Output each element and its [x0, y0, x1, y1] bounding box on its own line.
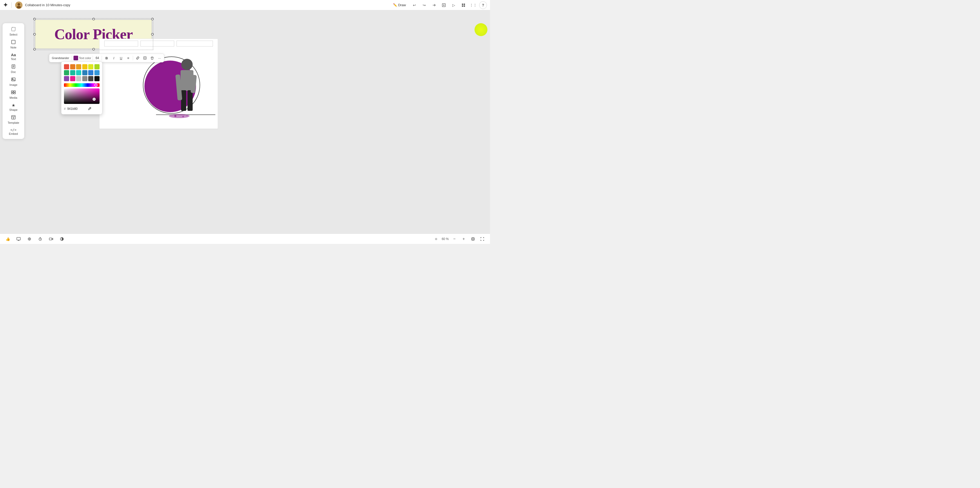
help-button[interactable]: ?	[479, 1, 487, 9]
sidebar-item-doc[interactable]: Doc	[4, 63, 23, 75]
handle-tc[interactable]	[92, 18, 95, 21]
handle-bl[interactable]	[33, 48, 36, 51]
template-icon	[11, 115, 16, 121]
swatch-purple[interactable]	[64, 76, 69, 81]
fullscreen-button[interactable]	[479, 235, 486, 243]
sidebar: Select Note Aa Text Doc	[3, 23, 24, 139]
color-picker-popup: #	[61, 61, 102, 114]
hex-input[interactable]	[67, 107, 85, 111]
font-name: Grandstander	[51, 56, 70, 60]
swatch-red[interactable]	[64, 64, 69, 69]
swatch-blue[interactable]	[82, 70, 88, 75]
color-swatch[interactable]	[73, 56, 78, 60]
add-element-button[interactable]	[142, 55, 148, 61]
eyedropper-button[interactable]	[87, 106, 92, 111]
swatch-yellow[interactable]	[82, 64, 88, 69]
handle-bc[interactable]	[92, 48, 95, 51]
sidebar-item-template[interactable]: Template	[4, 113, 23, 126]
svg-rect-18	[11, 92, 13, 94]
zoom-in-button[interactable]: +	[460, 235, 467, 243]
swatch-pink[interactable]	[70, 76, 75, 81]
sidebar-item-select[interactable]: Select	[4, 25, 23, 38]
bottom-right-tools: ⊕ 60 % − +	[433, 235, 486, 243]
document-title: Collaboard in 10 Minutes-copy	[25, 3, 70, 7]
svg-point-44	[186, 115, 188, 116]
color-picker-trigger[interactable]: Text color	[73, 56, 91, 60]
svg-rect-36	[188, 90, 192, 111]
painter-illustration	[99, 39, 218, 137]
swatch-teal[interactable]	[70, 70, 75, 75]
timer-button[interactable]	[37, 235, 44, 243]
swatch-lightgray[interactable]	[76, 76, 81, 81]
swatch-orange[interactable]	[70, 64, 75, 69]
sidebar-item-note[interactable]: Note	[4, 38, 23, 51]
swatch-darkgray[interactable]	[88, 76, 93, 81]
underline-button[interactable]: U	[118, 55, 124, 61]
sidebar-item-shape[interactable]: ★ Shape	[4, 101, 23, 113]
bold-button[interactable]: B	[103, 55, 110, 61]
svg-rect-55	[49, 238, 52, 240]
handle-mr[interactable]	[151, 33, 154, 36]
apps-button[interactable]: ⋮⋮	[469, 1, 477, 9]
sidebar-item-text[interactable]: Aa Text	[4, 51, 23, 62]
text-icon: Aa	[11, 52, 16, 57]
move-button[interactable]	[26, 235, 33, 243]
sidebar-item-embed[interactable]: </> Embed	[4, 126, 23, 137]
handle-tr[interactable]	[151, 18, 154, 21]
font-size[interactable]: 64	[94, 56, 100, 60]
swatch-cornflower[interactable]	[88, 70, 93, 75]
canvas-area: Select Note Aa Text Doc	[0, 10, 490, 234]
sidebar-item-media[interactable]: Media	[4, 88, 23, 101]
share-button[interactable]	[430, 1, 438, 9]
zoom-out-button[interactable]: −	[451, 235, 458, 243]
topbar-right: ✏️ Draw ↩ ↪ ▷ ⋮⋮ ?	[390, 1, 487, 9]
swatch-lime-yellow[interactable]	[88, 64, 93, 69]
swatch-cyan-teal[interactable]	[76, 70, 81, 75]
logo-icon: ✦	[3, 2, 8, 8]
hex-input-row: #	[64, 106, 100, 111]
divider1	[72, 56, 72, 60]
italic-button[interactable]: I	[111, 55, 117, 61]
gradient-box[interactable]	[64, 88, 100, 104]
sidebar-item-image[interactable]: Image	[4, 76, 23, 88]
handle-ml[interactable]	[33, 33, 36, 36]
svg-rect-9	[12, 40, 15, 44]
handle-tl[interactable]	[33, 18, 36, 21]
like-button[interactable]: 👍	[4, 235, 11, 243]
compass-button[interactable]: ⊕	[433, 235, 440, 243]
export-button[interactable]	[440, 1, 448, 9]
swatch-skyblue[interactable]	[94, 70, 100, 75]
link-button[interactable]	[135, 55, 141, 61]
present-button[interactable]: ▷	[450, 1, 458, 9]
fit-button[interactable]	[469, 235, 477, 243]
draw-button[interactable]: ✏️ Draw	[390, 2, 409, 8]
svg-rect-17	[14, 91, 16, 92]
app-logo[interactable]: ✦	[3, 2, 8, 8]
swatch-gray[interactable]	[82, 76, 88, 81]
select-icon	[11, 27, 16, 32]
hue-spectrum[interactable]	[64, 83, 100, 87]
svg-rect-8	[12, 27, 15, 31]
pencil-icon: ✏️	[393, 3, 397, 7]
gradient-handle[interactable]	[92, 98, 95, 101]
screen-button[interactable]	[15, 235, 22, 243]
divider3	[102, 56, 102, 60]
video-button[interactable]	[48, 235, 55, 243]
grid-button[interactable]	[460, 1, 467, 9]
zoom-level: 60 %	[442, 237, 449, 241]
bottom-toolbar: 👍	[0, 234, 490, 244]
delete-button[interactable]	[149, 55, 155, 61]
redo-button[interactable]: ↪	[420, 1, 428, 9]
theme-button[interactable]	[58, 235, 65, 243]
spectrum-handle[interactable]	[94, 84, 97, 87]
swatch-green[interactable]	[64, 70, 69, 75]
swatch-amber[interactable]	[76, 64, 81, 69]
align-button[interactable]: ≡	[125, 55, 131, 61]
swatch-yellow-green[interactable]	[94, 64, 100, 69]
swatch-black[interactable]	[94, 76, 100, 81]
bottom-left-tools: 👍	[4, 235, 65, 243]
undo-button[interactable]: ↩	[410, 1, 418, 9]
svg-line-53	[40, 239, 41, 240]
avatar[interactable]	[15, 2, 22, 9]
more-options-button[interactable]: ···	[156, 55, 162, 61]
